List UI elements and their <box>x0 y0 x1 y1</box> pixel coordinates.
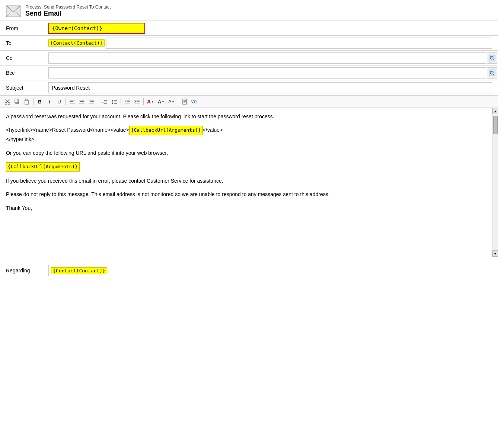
to-label: To <box>0 37 48 49</box>
svg-point-32 <box>112 100 113 101</box>
envelope-icon <box>6 5 21 17</box>
cc-lookup-button[interactable] <box>487 52 497 64</box>
header-title: Send Email <box>25 10 111 17</box>
hyperlink-close: </hyperlink> <box>6 136 34 142</box>
to-tag: {Contact(Contact)} <box>48 39 105 47</box>
hyperlink-suffix: </value> <box>203 127 223 133</box>
font-size-button[interactable]: A▼ <box>156 97 166 106</box>
body-scrollbar[interactable]: ▲ ▼ <box>492 108 498 257</box>
body-paragraph-5: Thank You, <box>6 204 489 212</box>
email-header: Process: Send Password Reset To Contact … <box>0 0 498 21</box>
svg-rect-16 <box>15 99 18 103</box>
svg-point-34 <box>112 103 113 104</box>
subject-field <box>48 81 498 95</box>
to-field: {Contact(Contact)} <box>48 36 498 50</box>
font-button[interactable]: A▼ <box>167 97 176 106</box>
body-paragraph-callback: {CallbackUrl(Arguments)} <box>6 162 489 172</box>
italic-button[interactable]: I <box>45 97 54 106</box>
ordered-list-button[interactable]: 1. <box>100 97 109 106</box>
align-center-button[interactable] <box>77 97 86 106</box>
cc-input[interactable] <box>48 52 486 64</box>
from-field <box>48 21 498 35</box>
bcc-label: Bcc <box>0 67 48 79</box>
scrollbar-track[interactable] <box>492 114 498 250</box>
email-body-area: A password reset was requested for your … <box>0 108 498 257</box>
hyperlink-prefix: <hyperlink><name>Reset Password</name><v… <box>6 127 129 133</box>
cut-button[interactable] <box>3 97 12 106</box>
indent-increase-button[interactable] <box>133 97 141 106</box>
scrollbar-arrow-down[interactable]: ▼ <box>492 250 498 257</box>
subject-input[interactable] <box>48 82 492 93</box>
bcc-input[interactable] <box>48 67 486 79</box>
hyperlink-button[interactable] <box>190 97 199 106</box>
insert-document-button[interactable] <box>180 97 189 106</box>
cc-row: Cc <box>0 51 498 65</box>
email-body-content[interactable]: A password reset was requested for your … <box>0 108 492 257</box>
align-left-button[interactable] <box>68 97 77 106</box>
from-input[interactable] <box>48 23 145 34</box>
copy-button[interactable] <box>13 97 22 106</box>
bcc-lookup-button[interactable] <box>487 67 497 79</box>
bcc-field <box>48 66 498 80</box>
subject-label: Subject <box>0 82 48 94</box>
cc-label: Cc <box>0 52 48 64</box>
svg-point-6 <box>491 56 492 57</box>
callback-url-block-tag: {CallbackUrl(Arguments)} <box>6 162 80 172</box>
indent-decrease-button[interactable] <box>123 97 132 106</box>
subject-row: Subject <box>0 80 498 95</box>
align-right-button[interactable] <box>87 97 96 106</box>
svg-point-33 <box>112 102 113 103</box>
body-paragraph-1: A password reset was requested for your … <box>6 112 489 121</box>
regarding-tag: {Contact(Contact)} <box>51 267 107 274</box>
underline-button[interactable]: U <box>55 97 64 106</box>
header-subtitle: Process: Send Password Reset To Contact <box>25 4 111 10</box>
body-paragraph-3: If you believe you received this email i… <box>6 177 489 185</box>
body-paragraph-hyperlink: <hyperlink><name>Reset Password</name><v… <box>6 126 489 143</box>
font-color-button[interactable]: A▼ <box>146 97 156 106</box>
regarding-section: Regarding {Contact(Contact)} <box>0 257 498 284</box>
regarding-row: Regarding {Contact(Contact)} <box>0 263 498 278</box>
svg-rect-18 <box>26 99 28 101</box>
regarding-label: Regarding <box>0 265 48 276</box>
cc-field <box>48 51 498 65</box>
svg-text:1.: 1. <box>102 100 105 103</box>
bcc-row: Bcc <box>0 65 498 80</box>
scrollbar-thumb[interactable] <box>493 116 498 134</box>
callback-url-inline-tag: {CallbackUrl(Arguments)} <box>129 126 203 135</box>
editor-toolbar: B I U 1. <box>0 95 498 108</box>
unordered-list-button[interactable] <box>110 97 119 106</box>
regarding-field: {Contact(Contact)} <box>48 265 498 276</box>
from-label: From <box>0 22 48 34</box>
paste-button[interactable] <box>22 97 31 106</box>
email-form: From To {Contact(Contact)} Cc <box>0 21 498 95</box>
svg-point-10 <box>491 71 492 72</box>
header-text: Process: Send Password Reset To Contact … <box>25 4 111 17</box>
from-row: From <box>0 21 498 36</box>
body-paragraph-4: Please do not reply to this message. Thi… <box>6 190 489 198</box>
bold-button[interactable]: B <box>35 97 44 106</box>
scrollbar-arrow-up[interactable]: ▲ <box>492 108 498 114</box>
body-paragraph-2: Or you can copy the following URL and pa… <box>6 149 489 157</box>
to-row: To {Contact(Contact)} <box>0 36 498 51</box>
